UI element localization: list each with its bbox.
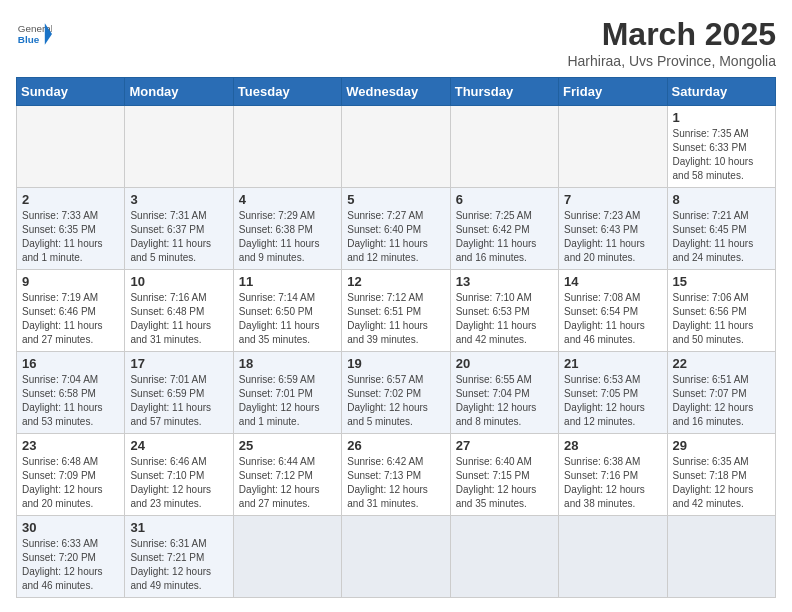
svg-text:Blue: Blue (18, 34, 40, 45)
day-info: Sunrise: 7:16 AM Sunset: 6:48 PM Dayligh… (130, 291, 227, 347)
day-info: Sunrise: 6:42 AM Sunset: 7:13 PM Dayligh… (347, 455, 444, 511)
day-number: 2 (22, 192, 119, 207)
day-info: Sunrise: 6:44 AM Sunset: 7:12 PM Dayligh… (239, 455, 336, 511)
day-number: 19 (347, 356, 444, 371)
day-number: 17 (130, 356, 227, 371)
day-number: 14 (564, 274, 661, 289)
calendar-day-cell (450, 516, 558, 598)
calendar-week-row: 16Sunrise: 7:04 AM Sunset: 6:58 PM Dayli… (17, 352, 776, 434)
day-info: Sunrise: 6:46 AM Sunset: 7:10 PM Dayligh… (130, 455, 227, 511)
calendar-day-cell: 1Sunrise: 7:35 AM Sunset: 6:33 PM Daylig… (667, 106, 775, 188)
calendar-day-cell: 22Sunrise: 6:51 AM Sunset: 7:07 PM Dayli… (667, 352, 775, 434)
calendar-day-cell (342, 106, 450, 188)
calendar: SundayMondayTuesdayWednesdayThursdayFrid… (16, 77, 776, 598)
day-number: 30 (22, 520, 119, 535)
day-number: 18 (239, 356, 336, 371)
calendar-day-cell: 4Sunrise: 7:29 AM Sunset: 6:38 PM Daylig… (233, 188, 341, 270)
calendar-day-cell: 9Sunrise: 7:19 AM Sunset: 6:46 PM Daylig… (17, 270, 125, 352)
day-number: 29 (673, 438, 770, 453)
day-info: Sunrise: 6:38 AM Sunset: 7:16 PM Dayligh… (564, 455, 661, 511)
day-number: 24 (130, 438, 227, 453)
calendar-day-cell: 5Sunrise: 7:27 AM Sunset: 6:40 PM Daylig… (342, 188, 450, 270)
calendar-header-row: SundayMondayTuesdayWednesdayThursdayFrid… (17, 78, 776, 106)
day-number: 8 (673, 192, 770, 207)
day-number: 28 (564, 438, 661, 453)
day-info: Sunrise: 7:19 AM Sunset: 6:46 PM Dayligh… (22, 291, 119, 347)
calendar-week-row: 30Sunrise: 6:33 AM Sunset: 7:20 PM Dayli… (17, 516, 776, 598)
day-number: 9 (22, 274, 119, 289)
day-header-tuesday: Tuesday (233, 78, 341, 106)
day-info: Sunrise: 6:40 AM Sunset: 7:15 PM Dayligh… (456, 455, 553, 511)
day-info: Sunrise: 7:29 AM Sunset: 6:38 PM Dayligh… (239, 209, 336, 265)
calendar-day-cell: 7Sunrise: 7:23 AM Sunset: 6:43 PM Daylig… (559, 188, 667, 270)
day-info: Sunrise: 6:59 AM Sunset: 7:01 PM Dayligh… (239, 373, 336, 429)
day-number: 11 (239, 274, 336, 289)
day-number: 6 (456, 192, 553, 207)
calendar-day-cell (233, 106, 341, 188)
logo: General Blue (16, 16, 52, 52)
day-number: 20 (456, 356, 553, 371)
day-info: Sunrise: 6:51 AM Sunset: 7:07 PM Dayligh… (673, 373, 770, 429)
calendar-day-cell: 23Sunrise: 6:48 AM Sunset: 7:09 PM Dayli… (17, 434, 125, 516)
calendar-day-cell: 2Sunrise: 7:33 AM Sunset: 6:35 PM Daylig… (17, 188, 125, 270)
day-header-thursday: Thursday (450, 78, 558, 106)
calendar-day-cell (17, 106, 125, 188)
calendar-day-cell (559, 106, 667, 188)
day-info: Sunrise: 6:48 AM Sunset: 7:09 PM Dayligh… (22, 455, 119, 511)
title-area: March 2025 Harhiraa, Uvs Province, Mongo… (567, 16, 776, 69)
calendar-day-cell: 3Sunrise: 7:31 AM Sunset: 6:37 PM Daylig… (125, 188, 233, 270)
header: General Blue March 2025 Harhiraa, Uvs Pr… (16, 16, 776, 69)
day-info: Sunrise: 7:27 AM Sunset: 6:40 PM Dayligh… (347, 209, 444, 265)
calendar-day-cell: 8Sunrise: 7:21 AM Sunset: 6:45 PM Daylig… (667, 188, 775, 270)
day-info: Sunrise: 7:10 AM Sunset: 6:53 PM Dayligh… (456, 291, 553, 347)
day-info: Sunrise: 6:31 AM Sunset: 7:21 PM Dayligh… (130, 537, 227, 593)
day-number: 26 (347, 438, 444, 453)
calendar-week-row: 23Sunrise: 6:48 AM Sunset: 7:09 PM Dayli… (17, 434, 776, 516)
day-info: Sunrise: 6:57 AM Sunset: 7:02 PM Dayligh… (347, 373, 444, 429)
day-number: 4 (239, 192, 336, 207)
calendar-day-cell: 10Sunrise: 7:16 AM Sunset: 6:48 PM Dayli… (125, 270, 233, 352)
calendar-day-cell: 27Sunrise: 6:40 AM Sunset: 7:15 PM Dayli… (450, 434, 558, 516)
day-info: Sunrise: 7:12 AM Sunset: 6:51 PM Dayligh… (347, 291, 444, 347)
calendar-week-row: 2Sunrise: 7:33 AM Sunset: 6:35 PM Daylig… (17, 188, 776, 270)
day-number: 25 (239, 438, 336, 453)
day-number: 15 (673, 274, 770, 289)
day-number: 13 (456, 274, 553, 289)
calendar-day-cell (233, 516, 341, 598)
month-title: March 2025 (567, 16, 776, 53)
calendar-week-row: 9Sunrise: 7:19 AM Sunset: 6:46 PM Daylig… (17, 270, 776, 352)
day-number: 16 (22, 356, 119, 371)
day-number: 12 (347, 274, 444, 289)
calendar-day-cell: 16Sunrise: 7:04 AM Sunset: 6:58 PM Dayli… (17, 352, 125, 434)
day-number: 22 (673, 356, 770, 371)
calendar-day-cell: 29Sunrise: 6:35 AM Sunset: 7:18 PM Dayli… (667, 434, 775, 516)
day-info: Sunrise: 6:53 AM Sunset: 7:05 PM Dayligh… (564, 373, 661, 429)
day-info: Sunrise: 7:25 AM Sunset: 6:42 PM Dayligh… (456, 209, 553, 265)
calendar-day-cell: 12Sunrise: 7:12 AM Sunset: 6:51 PM Dayli… (342, 270, 450, 352)
day-info: Sunrise: 7:21 AM Sunset: 6:45 PM Dayligh… (673, 209, 770, 265)
day-info: Sunrise: 6:55 AM Sunset: 7:04 PM Dayligh… (456, 373, 553, 429)
day-info: Sunrise: 7:31 AM Sunset: 6:37 PM Dayligh… (130, 209, 227, 265)
calendar-day-cell: 19Sunrise: 6:57 AM Sunset: 7:02 PM Dayli… (342, 352, 450, 434)
calendar-day-cell (450, 106, 558, 188)
day-header-wednesday: Wednesday (342, 78, 450, 106)
calendar-day-cell: 20Sunrise: 6:55 AM Sunset: 7:04 PM Dayli… (450, 352, 558, 434)
calendar-day-cell: 11Sunrise: 7:14 AM Sunset: 6:50 PM Dayli… (233, 270, 341, 352)
day-header-sunday: Sunday (17, 78, 125, 106)
calendar-day-cell: 21Sunrise: 6:53 AM Sunset: 7:05 PM Dayli… (559, 352, 667, 434)
day-number: 27 (456, 438, 553, 453)
day-info: Sunrise: 7:14 AM Sunset: 6:50 PM Dayligh… (239, 291, 336, 347)
calendar-day-cell (125, 106, 233, 188)
calendar-day-cell: 17Sunrise: 7:01 AM Sunset: 6:59 PM Dayli… (125, 352, 233, 434)
day-info: Sunrise: 7:35 AM Sunset: 6:33 PM Dayligh… (673, 127, 770, 183)
calendar-day-cell (559, 516, 667, 598)
day-number: 3 (130, 192, 227, 207)
day-header-monday: Monday (125, 78, 233, 106)
calendar-day-cell: 30Sunrise: 6:33 AM Sunset: 7:20 PM Dayli… (17, 516, 125, 598)
day-info: Sunrise: 7:01 AM Sunset: 6:59 PM Dayligh… (130, 373, 227, 429)
calendar-day-cell (667, 516, 775, 598)
day-info: Sunrise: 7:23 AM Sunset: 6:43 PM Dayligh… (564, 209, 661, 265)
calendar-day-cell: 28Sunrise: 6:38 AM Sunset: 7:16 PM Dayli… (559, 434, 667, 516)
day-number: 7 (564, 192, 661, 207)
calendar-day-cell: 6Sunrise: 7:25 AM Sunset: 6:42 PM Daylig… (450, 188, 558, 270)
